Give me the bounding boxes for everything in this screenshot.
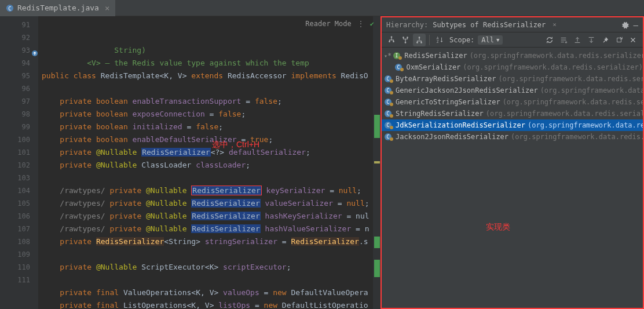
svg-text:C: C <box>387 77 390 82</box>
svg-text:C: C <box>387 134 390 140</box>
svg-text:Z: Z <box>437 39 439 43</box>
hierarchy-item[interactable]: CJdkSerializationRedisSerializer(org.spr… <box>382 119 643 131</box>
class-name-label: StringRedisSerializer <box>396 110 484 118</box>
hide-icon[interactable]: — <box>634 20 638 30</box>
more-icon[interactable]: ⋮ <box>357 20 364 28</box>
class-icon: C <box>384 132 393 141</box>
override-gutter-icon[interactable] <box>31 50 38 57</box>
tab-label: RedisTemplate.java <box>17 3 99 12</box>
svg-point-28 <box>390 103 393 106</box>
class-name-label: Jackson2JsonRedisSerializer <box>396 133 508 141</box>
code-area[interactable]: 选中，Ctrl+H String) <V> – the Redis value … <box>38 16 373 309</box>
svg-text:C: C <box>387 88 390 93</box>
editor-tabs: C RedisTemplate.java × <box>0 0 644 16</box>
hierarchy-tree: ▾*IRedisSerializer(org.springframework.d… <box>382 48 643 297</box>
svg-text:I: I <box>396 53 398 59</box>
gear-icon[interactable] <box>621 21 629 29</box>
subtypes-icon[interactable] <box>413 34 426 46</box>
package-label: (org.springframework.data.redis.serializ… <box>486 110 643 118</box>
package-label: (org.springframework.data.redis.serializ… <box>463 63 643 71</box>
class-icon: C <box>384 74 393 83</box>
class-icon: C <box>384 109 393 118</box>
scope-combo[interactable]: All▼ <box>478 35 503 45</box>
tab-close-icon[interactable]: × <box>105 3 109 13</box>
svg-point-8 <box>405 42 407 43</box>
hierarchy-item[interactable]: CJackson2JsonRedisSerializer(org.springf… <box>382 131 643 143</box>
hierarchy-item[interactable]: CByteArrayRedisSerializer(org.springfram… <box>382 73 643 85</box>
export-icon[interactable] <box>613 34 625 46</box>
class-name-label: OxmSerializer <box>406 63 460 71</box>
svg-text:C: C <box>387 123 390 128</box>
close-icon[interactable] <box>627 34 639 46</box>
class-name-label: RedisSerializer <box>404 52 467 60</box>
package-label: (org.springframework.data.redis.seri <box>511 133 643 141</box>
annotation-impl: 实现类 <box>486 222 644 232</box>
svg-point-22 <box>390 79 393 83</box>
inspection-ok-icon[interactable]: ✔ <box>370 20 374 28</box>
svg-point-37 <box>390 137 393 141</box>
svg-point-11 <box>420 42 422 43</box>
class-icon: C <box>384 86 393 95</box>
hierarchy-item[interactable]: CGenericToStringSerializer(org.springfra… <box>382 96 643 108</box>
svg-point-10 <box>416 42 418 43</box>
hierarchy-item[interactable]: CGenericJackson2JsonRedisSerializer(org.… <box>382 85 643 96</box>
reader-mode-toggle[interactable]: Reader Mode <box>305 20 351 28</box>
refresh-icon[interactable] <box>543 34 556 46</box>
package-label: (org.springframework.data.redis.s <box>528 121 643 129</box>
hierarchy-title: Hierarchy: <box>386 21 428 29</box>
hierarchy-item[interactable]: COxmSerializer(org.springframework.data.… <box>382 61 643 73</box>
class-icon: C <box>384 121 393 130</box>
package-label: (org.springframework.data.redis.serializ… <box>470 52 643 60</box>
scope-label: Scope: <box>449 36 474 44</box>
package-label: (org.springframework.data.redis.serializ <box>498 75 643 83</box>
svg-point-3 <box>391 36 393 38</box>
expand-all-icon[interactable] <box>571 34 584 46</box>
gutter: 9192939495969798991001011021031041051061… <box>0 16 38 309</box>
class-hierarchy-icon[interactable] <box>385 34 398 46</box>
editor-pane: Reader Mode ⋮ ✔ 919293949596979899100101… <box>0 16 380 309</box>
hierarchy-item[interactable]: CStringRedisSerializer(org.springframewo… <box>382 108 643 119</box>
interface-icon: I <box>393 51 402 60</box>
error-stripe[interactable] <box>373 16 380 309</box>
svg-point-9 <box>419 37 420 38</box>
hierarchy-subtitle: Subtypes of RedisSerializer <box>433 21 546 29</box>
sort-alpha-icon[interactable]: AZ <box>433 34 446 46</box>
svg-text:C: C <box>387 111 390 117</box>
collapse-all-icon[interactable] <box>585 34 598 46</box>
class-name-label: GenericToStringSerializer <box>396 98 500 106</box>
class-icon: C <box>384 97 393 107</box>
supertypes-icon[interactable] <box>399 34 412 46</box>
hierarchy-toolbar: AZ Scope: All▼ <box>382 32 643 48</box>
annotation-select: 选中，Ctrl+H <box>212 138 259 151</box>
svg-point-5 <box>393 41 394 42</box>
svg-point-6 <box>402 37 404 38</box>
class-name-label: GenericJackson2JsonRedisSerializer <box>396 86 538 94</box>
svg-point-31 <box>390 114 393 118</box>
autoscroll-icon[interactable] <box>557 34 570 46</box>
class-file-icon: C <box>6 4 14 12</box>
svg-point-4 <box>389 41 390 42</box>
svg-text:C: C <box>387 100 390 105</box>
svg-point-19 <box>400 68 404 71</box>
svg-point-34 <box>390 126 393 129</box>
svg-point-7 <box>407 37 408 38</box>
hierarchy-panel: Hierarchy: Subtypes of RedisSerializer ×… <box>380 16 644 309</box>
svg-point-16 <box>398 56 402 60</box>
package-label: (org.springframework.data.redis.seria <box>503 98 643 106</box>
hierarchy-tab-close-icon[interactable]: × <box>552 21 557 28</box>
svg-point-25 <box>390 91 393 94</box>
svg-text:C: C <box>8 5 11 11</box>
pin-icon[interactable] <box>599 34 612 46</box>
svg-text:C: C <box>397 65 400 70</box>
tab-redistemplate[interactable]: C RedisTemplate.java × <box>0 0 115 16</box>
hierarchy-item[interactable]: ▾*IRedisSerializer(org.springframework.d… <box>382 50 643 61</box>
class-name-label: JdkSerializationRedisSerializer <box>396 121 525 129</box>
class-name-label: ByteArrayRedisSerializer <box>396 75 496 83</box>
class-icon: C <box>394 63 404 72</box>
package-label: (org.springframework.data.r <box>540 86 643 94</box>
